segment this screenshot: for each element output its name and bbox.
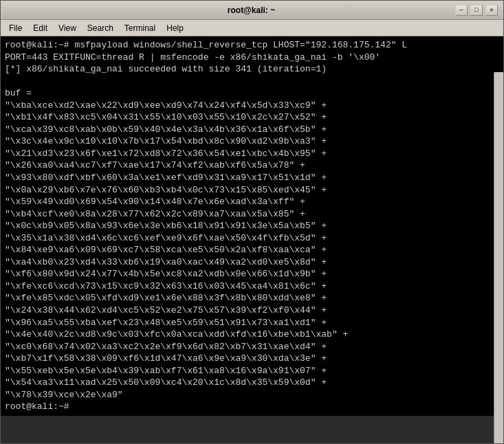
title-bar: root@kali: ~ ─ □ ✕ <box>1 1 503 20</box>
menu-help[interactable]: Help <box>161 22 189 34</box>
menu-search[interactable]: Search <box>82 22 119 34</box>
menu-bar: File Edit View Search Terminal Help <box>1 20 503 36</box>
menu-edit[interactable]: Edit <box>28 22 53 34</box>
window-title: root@kali: ~ <box>47 5 455 15</box>
menu-view[interactable]: View <box>53 22 82 34</box>
terminal-window: root@kali: ~ ─ □ ✕ File Edit View Search… <box>0 0 504 444</box>
maximize-button[interactable]: □ <box>470 5 483 16</box>
menu-terminal[interactable]: Terminal <box>119 22 161 34</box>
menu-file[interactable]: File <box>3 22 28 34</box>
window-controls: ─ □ ✕ <box>455 5 498 16</box>
close-button[interactable]: ✕ <box>485 5 498 16</box>
scrollbar[interactable] <box>494 72 503 443</box>
minimize-button[interactable]: ─ <box>455 5 468 16</box>
terminal-output[interactable]: root@kali:~# msfpayload windows/shell_re… <box>1 36 503 416</box>
terminal-wrapper: root@kali:~# msfpayload windows/shell_re… <box>1 36 503 443</box>
